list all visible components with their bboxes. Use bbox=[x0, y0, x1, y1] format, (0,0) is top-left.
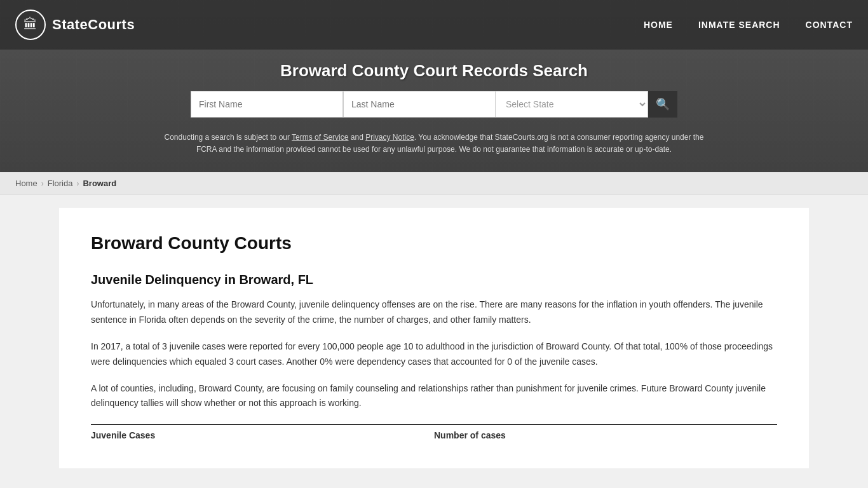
header: 🏛 StateCourts HOME INMATE SEARCH CONTACT… bbox=[0, 0, 868, 172]
state-select[interactable]: Select State Florida California Texas Ne… bbox=[496, 91, 648, 118]
disclaimer-text-2: and bbox=[348, 133, 365, 142]
paragraph-3: A lot of counties, including, Broward Co… bbox=[91, 381, 777, 412]
breadcrumb-sep-2: › bbox=[76, 179, 79, 188]
main-content: Broward County Courts Juvenile Delinquen… bbox=[0, 195, 868, 488]
nav-bar: 🏛 StateCourts HOME INMATE SEARCH CONTACT bbox=[0, 0, 868, 50]
table-section: Juvenile Cases Number of cases bbox=[91, 424, 777, 443]
breadcrumb: Home › Florida › Broward bbox=[0, 172, 868, 195]
disclaimer: Conducting a search is subject to our Te… bbox=[148, 126, 720, 166]
first-name-input[interactable] bbox=[191, 91, 343, 118]
search-form: Select State Florida California Texas Ne… bbox=[0, 91, 868, 118]
nav-links: HOME INMATE SEARCH CONTACT bbox=[644, 20, 853, 30]
search-section: Broward County Court Records Search Sele… bbox=[0, 50, 868, 172]
paragraph-2: In 2017, a total of 3 juvenile cases wer… bbox=[91, 339, 777, 370]
logo-link[interactable]: 🏛 StateCourts bbox=[15, 10, 135, 40]
nav-contact[interactable]: CONTACT bbox=[806, 20, 853, 30]
last-name-input[interactable] bbox=[343, 91, 496, 118]
disclaimer-text-1: Conducting a search is subject to our bbox=[165, 133, 292, 142]
logo-icon: 🏛 bbox=[15, 10, 46, 40]
section-heading: Juvenile Delinquency in Broward, FL bbox=[91, 273, 777, 287]
header-inner: 🏛 StateCourts HOME INMATE SEARCH CONTACT… bbox=[0, 0, 868, 172]
search-icon: 🔍 bbox=[656, 97, 670, 111]
breadcrumb-home[interactable]: Home bbox=[15, 179, 37, 188]
nav-home[interactable]: HOME bbox=[644, 20, 673, 30]
paragraph-1: Unfortunately, in many areas of the Brow… bbox=[91, 297, 777, 328]
breadcrumb-sep-1: › bbox=[41, 179, 44, 188]
privacy-notice-link[interactable]: Privacy Notice bbox=[365, 133, 414, 142]
nav-inmate-search[interactable]: INMATE SEARCH bbox=[698, 20, 780, 30]
table-col-1-header: Juvenile Cases bbox=[91, 430, 434, 440]
page-heading: Broward County Courts bbox=[91, 233, 777, 254]
search-title: Broward County Court Records Search bbox=[0, 61, 868, 81]
breadcrumb-state[interactable]: Florida bbox=[48, 179, 73, 188]
table-header-row: Juvenile Cases Number of cases bbox=[91, 424, 777, 443]
table-col-2-header: Number of cases bbox=[434, 430, 777, 440]
terms-of-service-link[interactable]: Terms of Service bbox=[292, 133, 348, 142]
search-button[interactable]: 🔍 bbox=[648, 91, 677, 118]
breadcrumb-current: Broward bbox=[83, 179, 116, 188]
logo-text: StateCourts bbox=[52, 17, 135, 33]
content-card: Broward County Courts Juvenile Delinquen… bbox=[59, 208, 809, 468]
